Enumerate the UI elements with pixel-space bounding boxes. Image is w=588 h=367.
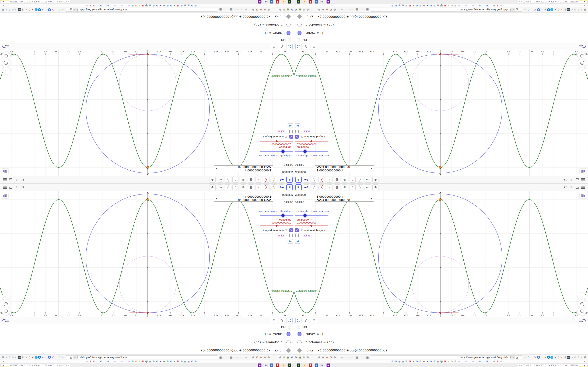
tool-button[interactable]: ∠ bbox=[349, 184, 356, 190]
zoom-out-button[interactable]: − bbox=[2, 52, 10, 60]
extension-icon[interactable]: A bbox=[48, 8, 51, 11]
toggle-icon[interactable]: □ bbox=[237, 8, 239, 11]
tab-favicon[interactable]: ◐ bbox=[138, 360, 141, 363]
app-icon[interactable]: ▮ bbox=[288, 364, 291, 367]
extension-icon[interactable]: ⊕ bbox=[267, 356, 270, 359]
extension-icon[interactable]: ∩ bbox=[271, 356, 274, 359]
curvature-tangent-checkbox[interactable]: ✓ bbox=[295, 228, 299, 232]
tab-favicon[interactable]: G bbox=[152, 4, 155, 7]
extension-icon[interactable]: LD bbox=[567, 356, 570, 359]
tool-button[interactable]: ╲ bbox=[357, 184, 363, 190]
algebra-row[interactable]: curves = {} bbox=[294, 29, 588, 37]
tab-favicon[interactable]: ○ bbox=[110, 4, 113, 7]
tab-favicon[interactable]: G bbox=[430, 360, 432, 363]
tab-favicon[interactable]: G bbox=[191, 4, 194, 7]
visibility-toggle-icon[interactable] bbox=[286, 23, 291, 27]
tab-favicon[interactable]: ● bbox=[412, 360, 415, 363]
zoom-out-button[interactable]: − bbox=[578, 307, 586, 315]
extension-icon[interactable]: ◌ bbox=[45, 8, 48, 11]
tab-favicon[interactable]: ◐ bbox=[447, 360, 450, 363]
extension-icon[interactable]: ✦ bbox=[5, 8, 8, 11]
function-input[interactable]: 1.000000000000 + cos(4.000000000000 x) ▼ bbox=[214, 195, 273, 202]
visibility-toggle-icon[interactable] bbox=[297, 332, 302, 336]
tree-view-button[interactable] bbox=[286, 318, 293, 323]
tool-button[interactable]: ▲ bbox=[256, 184, 262, 190]
arc-length-slider[interactable] bbox=[256, 214, 293, 217]
extension-icon[interactable]: ✚ bbox=[321, 356, 325, 359]
tab-favicon[interactable]: ◉ bbox=[149, 4, 152, 7]
tab-favicon[interactable]: ○ bbox=[114, 4, 117, 7]
extension-icon[interactable]: ◉ bbox=[286, 8, 290, 11]
extension-icon[interactable]: ⊕ bbox=[279, 8, 282, 11]
tab-favicon[interactable]: G bbox=[180, 4, 183, 7]
extension-icon[interactable]: ∩ bbox=[314, 356, 317, 359]
extension-icon[interactable]: ⊕ bbox=[279, 356, 282, 359]
algebra-row[interactable]: funcNames = {" "} bbox=[294, 338, 588, 346]
app-icon[interactable]: ▣ bbox=[270, 0, 273, 3]
arc-length-slider[interactable] bbox=[295, 150, 332, 153]
extension-icon[interactable]: ◉ bbox=[286, 356, 290, 359]
tab-favicon[interactable]: ◐ bbox=[447, 4, 450, 7]
extension-icon[interactable]: ✚ bbox=[263, 8, 267, 11]
slider-thumb[interactable] bbox=[276, 140, 277, 142]
toggle-icon[interactable]: □ bbox=[243, 356, 244, 359]
extension-icon[interactable]: ◇ bbox=[15, 8, 18, 11]
tab-favicon[interactable]: ◉ bbox=[437, 4, 440, 7]
tab-favicon[interactable]: ○ bbox=[121, 4, 123, 7]
toggle-icon[interactable]: ⊙ bbox=[341, 356, 343, 359]
zoom-out-button[interactable]: − bbox=[2, 307, 10, 315]
extension-icon[interactable]: ● bbox=[325, 356, 329, 359]
visibility-toggle-icon[interactable] bbox=[286, 15, 291, 19]
algebra-row[interactable]: funcNames = {" "} bbox=[0, 21, 294, 29]
extension-icon[interactable]: ◐ bbox=[560, 8, 563, 11]
nav-icon[interactable]: ← bbox=[226, 8, 229, 11]
extension-icon[interactable]: ▯ bbox=[28, 8, 31, 11]
search-icon[interactable] bbox=[9, 186, 12, 189]
tab-favicon[interactable]: ⚙ bbox=[93, 4, 95, 7]
extension-icon[interactable]: ◌ bbox=[540, 356, 543, 359]
tab-favicon[interactable]: ◉ bbox=[184, 360, 187, 363]
tab-favicon[interactable]: W bbox=[163, 360, 165, 363]
tab-favicon[interactable]: ◉ bbox=[187, 4, 190, 7]
extension-icon[interactable]: ✎ bbox=[534, 356, 537, 359]
tracing-checkbox[interactable] bbox=[295, 234, 299, 237]
tracing-checkbox[interactable] bbox=[295, 130, 299, 133]
algebra-row[interactable]: funcs = {1.000000000000 + cos(4.00000000… bbox=[0, 346, 294, 355]
tab-favicon[interactable]: G bbox=[486, 4, 488, 7]
extension-icon[interactable]: ⊕ bbox=[318, 8, 321, 11]
settings-button[interactable]: ⚙ bbox=[271, 318, 277, 323]
translate-icon[interactable]: A bbox=[70, 8, 72, 11]
tab-favicon[interactable]: G bbox=[419, 4, 422, 7]
curvature-tangent-checkbox[interactable]: ✓ bbox=[295, 135, 299, 139]
extension-icon[interactable]: Ψ bbox=[294, 8, 298, 11]
overflow-chevron-icon[interactable]: ∧ bbox=[584, 360, 586, 363]
tab-favicon[interactable]: G bbox=[395, 360, 398, 363]
extension-icon[interactable]: ◐ bbox=[25, 8, 28, 11]
tab-favicon[interactable]: ○ bbox=[114, 360, 117, 363]
extension-icon[interactable]: → bbox=[524, 8, 527, 11]
dropdown-arrow-icon[interactable]: ▼ bbox=[216, 167, 218, 170]
nav-icon[interactable]: ▣ bbox=[366, 8, 369, 11]
settings-button[interactable]: ⚙ bbox=[311, 318, 317, 323]
extension-icon[interactable]: ↓ bbox=[35, 8, 38, 11]
arc-position-slider[interactable] bbox=[295, 224, 332, 227]
tool-button[interactable]: ╳ bbox=[319, 184, 325, 190]
tab-favicon[interactable]: G bbox=[454, 4, 457, 7]
address-bar[interactable]: https://www.geogebra.org/classic/aagcxh3… bbox=[65, 355, 218, 359]
tab-favicon[interactable]: G bbox=[135, 4, 138, 7]
settings-button[interactable]: ⚙ bbox=[271, 44, 277, 50]
app-icon[interactable]: ▣ bbox=[315, 0, 318, 3]
app-icon[interactable]: ▮ bbox=[288, 0, 291, 3]
tab-favicon[interactable]: ● bbox=[107, 360, 110, 363]
tab-favicon[interactable]: ● bbox=[173, 4, 176, 7]
extension-icon[interactable]: ⚙ bbox=[256, 8, 259, 11]
extension-icon[interactable]: ∩ bbox=[275, 356, 278, 359]
extension-icon[interactable]: ● bbox=[259, 8, 263, 11]
extension-icon[interactable]: ▯ bbox=[557, 8, 560, 11]
extension-icon[interactable]: ⊕ bbox=[267, 8, 270, 11]
extension-icon[interactable]: LD bbox=[18, 8, 21, 11]
curvature-tangent-checkbox[interactable]: ✓ bbox=[289, 135, 293, 139]
extension-icon[interactable]: ⚙ bbox=[256, 356, 259, 359]
app-icon[interactable]: ▤ bbox=[320, 364, 324, 367]
tab-favicon[interactable]: G bbox=[156, 360, 159, 363]
